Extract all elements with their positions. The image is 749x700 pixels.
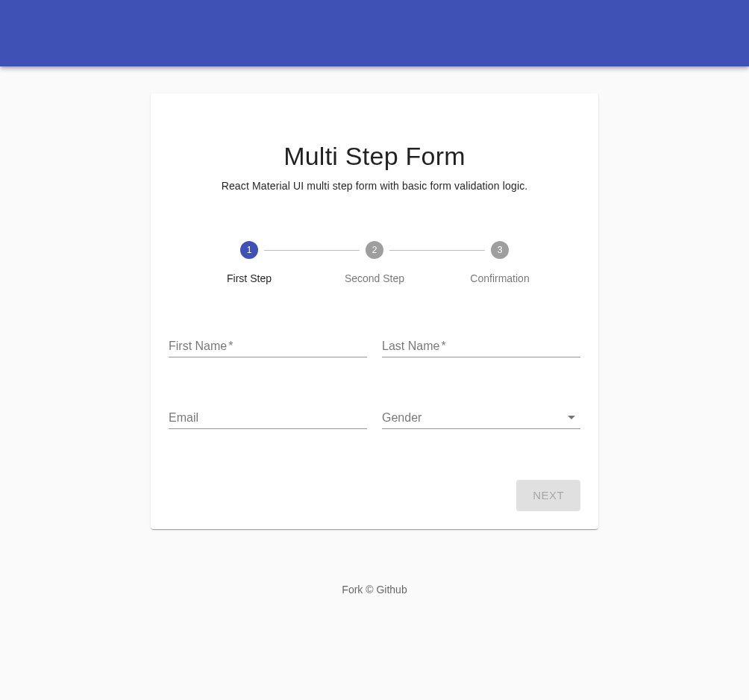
gender-label: Gender: [382, 412, 421, 424]
last-name-field-wrapper[interactable]: Last Name*: [382, 334, 580, 357]
page-subtitle: React Material UI multi step form with b…: [169, 178, 580, 193]
page-title: Multi Step Form: [169, 141, 580, 172]
title-block: Multi Step Form React Material UI multi …: [169, 93, 580, 223]
step-connector: [264, 250, 360, 251]
first-name-field-wrapper[interactable]: First Name*: [169, 334, 367, 357]
stepper: 1 First Step 2 Second Step 3 Confirmatio…: [169, 223, 580, 304]
email-field-wrapper[interactable]: Email: [169, 405, 367, 429]
step-label: Second Step: [345, 271, 404, 286]
step-connector: [389, 250, 485, 251]
dropdown-arrow-icon: [562, 408, 580, 426]
step-first: 1 First Step: [187, 241, 312, 286]
email-input[interactable]: [169, 405, 367, 428]
step-number-badge: 2: [366, 241, 383, 259]
step-label: First Step: [227, 271, 272, 286]
step-label: Confirmation: [470, 271, 529, 286]
last-name-input[interactable]: [382, 334, 580, 357]
app-bar: [0, 0, 749, 66]
footer-text[interactable]: Fork © Github: [342, 584, 407, 596]
form-actions: Next: [169, 480, 580, 511]
next-button[interactable]: Next: [516, 480, 580, 511]
form-card: Multi Step Form React Material UI multi …: [151, 93, 598, 529]
step-number-badge: 3: [491, 241, 509, 259]
step-confirmation: 3 Confirmation: [437, 241, 562, 286]
gender-select[interactable]: Gender: [382, 405, 580, 429]
main-container: Multi Step Form React Material UI multi …: [0, 66, 749, 529]
first-name-input[interactable]: [169, 334, 367, 357]
form-grid: First Name* Last Name* Email Gender: [169, 304, 580, 429]
page-footer: Fork © Github: [0, 583, 749, 596]
step-number-badge: 1: [240, 241, 258, 259]
step-second: 2 Second Step: [312, 241, 437, 286]
